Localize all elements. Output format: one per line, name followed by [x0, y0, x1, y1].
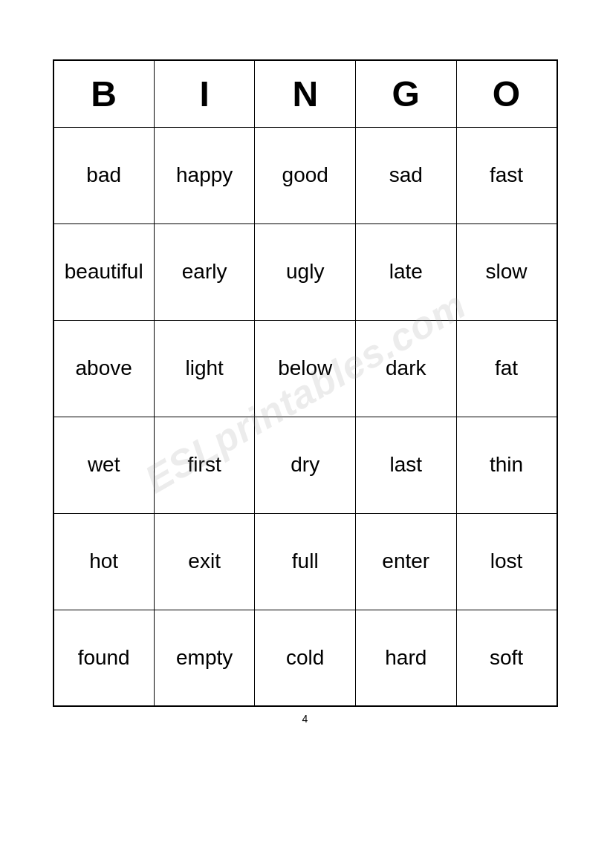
table-row: badhappygoodsadfast — [53, 127, 557, 223]
table-row: abovelightbelowdarkfat — [53, 320, 557, 417]
cell-5-0: found — [53, 610, 155, 706]
page-number: 4 — [302, 713, 308, 725]
cell-2-4: fat — [456, 320, 557, 417]
cell-5-1: empty — [154, 610, 255, 706]
cell-0-3: sad — [356, 127, 457, 223]
cell-0-0: bad — [53, 127, 155, 223]
cell-5-4: soft — [456, 610, 557, 706]
cell-4-2: full — [255, 513, 356, 610]
cell-3-4: thin — [456, 417, 557, 513]
cell-0-2: good — [255, 127, 356, 223]
cell-2-0: above — [53, 320, 155, 417]
cell-3-3: last — [356, 417, 457, 513]
cell-3-0: wet — [53, 417, 155, 513]
header-o: O — [456, 60, 557, 127]
header-n: N — [255, 60, 356, 127]
bingo-body: badhappygoodsadfastbeautifulearlyuglylat… — [53, 127, 557, 706]
cell-0-1: happy — [154, 127, 255, 223]
cell-5-2: cold — [255, 610, 356, 706]
header-b: B — [53, 60, 155, 127]
cell-4-1: exit — [154, 513, 255, 610]
table-row: hotexitfullenterlost — [53, 513, 557, 610]
cell-0-4: fast — [456, 127, 557, 223]
cell-4-0: hot — [53, 513, 155, 610]
cell-4-4: lost — [456, 513, 557, 610]
header-row: B I N G O — [53, 60, 557, 127]
table-row: beautifulearlyuglylateslow — [53, 223, 557, 320]
bingo-table: B I N G O badhappygoodsadfastbeautifulea… — [53, 59, 558, 707]
header-g: G — [356, 60, 457, 127]
cell-2-2: below — [255, 320, 356, 417]
table-row: foundemptycoldhardsoft — [53, 610, 557, 706]
cell-3-1: first — [154, 417, 255, 513]
cell-1-1: early — [154, 223, 255, 320]
bingo-card: B I N G O badhappygoodsadfastbeautifulea… — [53, 59, 558, 725]
cell-5-3: hard — [356, 610, 457, 706]
cell-1-4: slow — [456, 223, 557, 320]
cell-2-3: dark — [356, 320, 457, 417]
cell-3-2: dry — [255, 417, 356, 513]
header-i: I — [154, 60, 255, 127]
cell-4-3: enter — [356, 513, 457, 610]
cell-2-1: light — [154, 320, 255, 417]
cell-1-0: beautiful — [53, 223, 155, 320]
cell-1-3: late — [356, 223, 457, 320]
table-row: wetfirstdrylastthin — [53, 417, 557, 513]
cell-1-2: ugly — [255, 223, 356, 320]
